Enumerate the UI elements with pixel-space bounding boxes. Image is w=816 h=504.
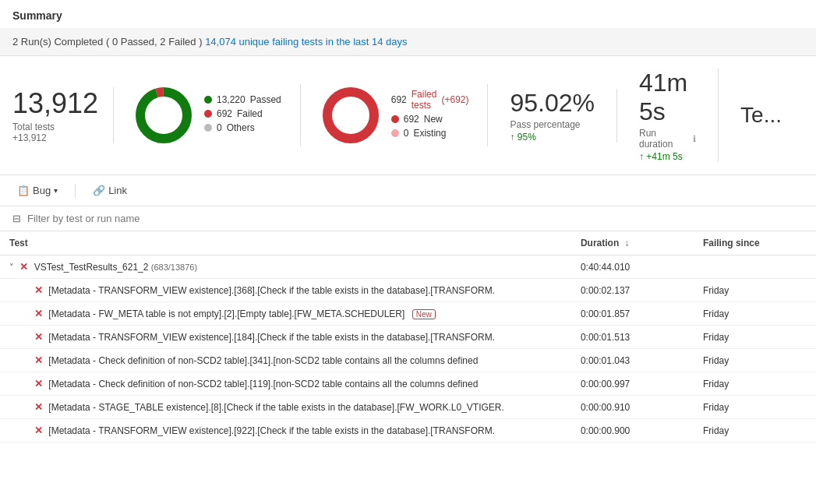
col-duration[interactable]: Duration ↓ (571, 231, 694, 256)
table-row: ✕ [Metadata - Check definition of non-SC… (0, 372, 816, 396)
run-info-bar: 2 Run(s) Completed ( 0 Passed, 2 Failed … (0, 28, 816, 56)
failing-since-cell: Friday (694, 326, 816, 349)
fail-icon: ✕ (34, 378, 43, 389)
table-row: ✕ [Metadata - Check definition of non-SC… (0, 349, 816, 372)
bug-chevron-icon: ▾ (54, 186, 58, 195)
svg-point-4 (327, 92, 374, 139)
failed-donut-section: 692 Failed tests (+692) 692 New 0 Existi… (301, 84, 489, 146)
table-row: ✕ [Metadata - FW_META table is not empty… (0, 302, 816, 326)
table-row: ✕ [Metadata - TRANSFORM_VIEW existence].… (0, 326, 816, 349)
test-name: [Metadata - STAGE_TABLE existence].[8].[… (48, 402, 503, 413)
fail-icon: ✕ (34, 331, 43, 343)
sort-icon: ↓ (625, 238, 630, 248)
new-dot (391, 115, 399, 123)
fail-icon: ✕ (34, 284, 43, 296)
group-name: VSTest_TestResults_621_2 (34, 262, 149, 273)
test-name: [Metadata - TRANSFORM_VIEW existence].[1… (48, 332, 495, 343)
svg-point-1 (140, 92, 187, 139)
failing-since-cell: Friday (694, 419, 816, 442)
failed-donut-wrap (320, 84, 382, 146)
table-row: ˅ ✕ VSTest_TestResults_621_2 (683/13876)… (0, 256, 816, 279)
info-icon: ℹ (693, 134, 696, 144)
passed-label: Passed (250, 94, 281, 105)
link-button[interactable]: 🔗 Link (88, 182, 132, 199)
run-duration-label: Run duration ℹ (639, 128, 696, 150)
toolbar: 📋 Bug ▾ 🔗 Link (0, 175, 816, 206)
run-duration-delta: ↑ +41m 5s (639, 151, 696, 162)
others-label: Others (227, 122, 255, 133)
passed-count: 13,220 (217, 94, 246, 105)
col-failing-since: Failing since (694, 231, 816, 256)
duration-cell: 0:00:00.997 (571, 372, 694, 396)
table-row: ✕ [Metadata - TRANSFORM_VIEW existence].… (0, 419, 816, 442)
others-dot (204, 124, 212, 132)
pass-pct-delta: ↑ 95% (510, 132, 595, 143)
failing-since-cell: Friday (694, 396, 816, 419)
failing-since-cell: Friday (694, 302, 816, 326)
tes-label: Te... (740, 103, 782, 128)
col-test[interactable]: Test (0, 231, 571, 256)
failed-label: Failed (237, 108, 263, 119)
duration-cell: 0:00:01.513 (571, 326, 694, 349)
total-tests-number: 13,912 (12, 87, 94, 120)
summary-title: Summary (0, 0, 816, 28)
new-label: New (424, 114, 443, 125)
filter-bar: ⊟ (0, 206, 816, 231)
run-duration-block: 41m 5s Run duration ℹ ↑ +41m 5s (617, 69, 719, 162)
test-name: [Metadata - Check definition of non-SCD2… (48, 379, 478, 389)
passed-dot (204, 96, 212, 104)
sub-count: (683/13876) (151, 263, 197, 272)
failing-since-cell: Friday (694, 349, 816, 372)
failing-since-cell: Friday (694, 372, 816, 396)
passed-legend: 13,220 Passed 692 Failed 0 Others (204, 94, 281, 136)
failed-dot (204, 110, 212, 118)
passed-donut-wrap (132, 84, 195, 146)
duration-cell: 0:00:02.137 (571, 279, 694, 302)
new-count: 692 (404, 114, 419, 125)
pass-pct-number: 95.02% (510, 89, 595, 118)
failed-legend: 692 Failed tests (+692) 692 New 0 Existi… (391, 89, 469, 142)
run-info-text: 2 Run(s) Completed ( 0 Passed, 2 Failed … (12, 36, 203, 48)
fail-icon: ✕ (19, 261, 28, 273)
link-label: Link (108, 185, 127, 196)
toolbar-separator (75, 184, 76, 198)
duration-cell: 0:00:01.043 (571, 349, 694, 372)
test-name: [Metadata - FW_META table is not empty].… (48, 308, 404, 319)
table-header: Test Duration ↓ Failing since (0, 231, 816, 256)
run-duration-number: 41m 5s (639, 69, 696, 126)
existing-count: 0 (404, 128, 409, 139)
failing-since-cell (694, 256, 816, 279)
pass-pct-label: Pass percentage (510, 119, 595, 130)
failed-tests-count: 692 (391, 94, 407, 105)
passed-donut-section: 13,220 Passed 692 Failed 0 Others (114, 84, 301, 146)
total-tests-label: Total tests (12, 122, 94, 132)
test-name: [Metadata - TRANSFORM_VIEW existence].[3… (48, 285, 495, 296)
fail-icon: ✕ (34, 425, 43, 436)
new-badge: New (412, 309, 436, 319)
existing-dot (391, 129, 399, 137)
failed-tests-label: Failed tests (412, 89, 437, 111)
filter-input[interactable] (27, 213, 261, 224)
expand-icon[interactable]: ˅ (9, 263, 14, 272)
fail-icon: ✕ (34, 354, 43, 366)
filter-icon: ⊟ (12, 213, 21, 224)
existing-label: Existing (413, 128, 446, 139)
table-row: ✕ [Metadata - STAGE_TABLE existence].[8]… (0, 396, 816, 419)
test-name: [Metadata - Check definition of non-SCD2… (48, 355, 478, 366)
duration-cell: 0:00:01.857 (571, 302, 694, 326)
bug-label: Bug (33, 185, 51, 196)
pass-pct-block: 95.02% Pass percentage ↑ 95% (488, 89, 617, 143)
test-name: [Metadata - TRANSFORM_VIEW existence].[9… (48, 425, 495, 436)
metrics-row: 13,912 Total tests +13,912 13,220 Passed (0, 56, 816, 175)
fail-icon: ✕ (34, 401, 43, 413)
tes-block: Te... (719, 103, 804, 128)
test-table: Test Duration ↓ Failing since ˅ ✕ VSTest… (0, 231, 816, 442)
failing-tests-link[interactable]: 14,074 unique failing tests in the last … (205, 36, 407, 48)
failed-count: 692 (217, 108, 232, 119)
bug-icon: 📋 (17, 185, 30, 196)
table-row: ✕ [Metadata - TRANSFORM_VIEW existence].… (0, 279, 816, 302)
duration-cell: 0:40:44.010 (571, 256, 694, 279)
bug-button[interactable]: 📋 Bug ▾ (12, 182, 62, 199)
duration-cell: 0:00:00.900 (571, 419, 694, 442)
total-tests-block: 13,912 Total tests +13,912 (12, 87, 114, 143)
